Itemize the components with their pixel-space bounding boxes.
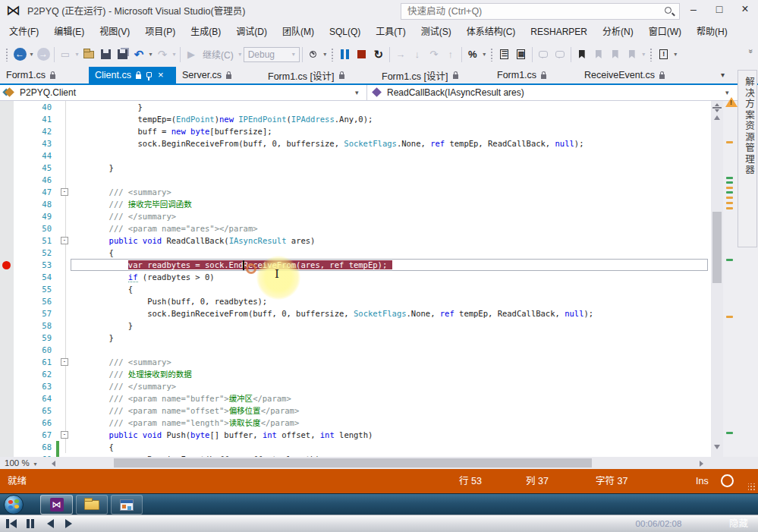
pin-icon[interactable] <box>146 72 152 77</box>
scroll-right-arrow[interactable] <box>700 461 703 467</box>
start-button[interactable] <box>4 495 24 515</box>
toolbar-overflow-button[interactable]: » <box>747 49 756 54</box>
feedback-icon[interactable] <box>721 474 734 487</box>
fold-collapse-icon[interactable]: - <box>61 188 68 196</box>
code-line[interactable]: 63 /// </summary> <box>0 380 711 392</box>
toggle-bookmark-button[interactable] <box>574 46 590 63</box>
fold-collapse-icon[interactable]: - <box>61 358 68 366</box>
menu-item[interactable]: 文件(F) <box>2 23 46 42</box>
resharper-warning-icon[interactable] <box>725 97 738 107</box>
code-line[interactable]: 45 } <box>0 162 711 174</box>
breakpoints-window-button[interactable]: ☰ <box>496 46 513 63</box>
editor-tab[interactable]: Server.cs <box>176 67 262 83</box>
menu-item[interactable]: 生成(B) <box>183 23 228 42</box>
code-line[interactable]: 46 <box>0 174 711 186</box>
code-line[interactable]: 57 sock.BeginReceiveFrom(buff, 0, buffer… <box>0 307 711 320</box>
save-all-button[interactable] <box>114 46 131 63</box>
save-button[interactable] <box>97 46 114 63</box>
vertical-scrollbar-thumb[interactable] <box>712 212 722 283</box>
hex-dropdown[interactable]: ▾ <box>481 46 488 63</box>
code-line[interactable]: 65 /// <param name="offset">偏移位置</param> <box>0 405 711 417</box>
solution-explorer-collapsed-tab[interactable]: 解决方案资源管理器 <box>738 70 757 247</box>
tab-list-dropdown[interactable]: ▾ <box>721 71 725 79</box>
code-line[interactable]: 62 /// 处理接收到的数据 <box>0 368 711 380</box>
menu-item[interactable]: 帮助(H) <box>689 23 735 42</box>
step-over-button[interactable]: ↷ <box>426 46 442 63</box>
continue-dropdown[interactable]: ▾ <box>237 46 244 63</box>
code-line[interactable]: 60 <box>0 344 711 356</box>
uncomment-selection-button[interactable] <box>552 46 568 63</box>
bookmark-dropdown[interactable]: ▾ <box>640 46 647 63</box>
code-line[interactable]: 67- public void Push(byte[] buffer, int … <box>0 429 711 441</box>
step-out-button[interactable]: ↑ <box>442 46 459 63</box>
code-line[interactable]: 50 /// <param name="ares"></param> <box>0 222 711 235</box>
quick-launch-input[interactable] <box>401 4 659 19</box>
menu-item[interactable]: 分析(N) <box>595 23 641 42</box>
editor-tab[interactable]: Client.cs× <box>89 67 176 83</box>
fold-collapse-icon[interactable]: - <box>61 237 68 244</box>
code-line[interactable]: 51- public void ReadCallBack(IAsyncResul… <box>0 235 711 247</box>
fold-collapse-icon[interactable]: - <box>61 431 68 439</box>
navigate-forward-button[interactable]: → <box>35 46 52 63</box>
hide-label[interactable]: 隐藏 <box>729 515 748 532</box>
taskbar-explorer-button[interactable] <box>76 495 108 515</box>
code-line[interactable]: 59 } <box>0 332 711 344</box>
code-line[interactable]: 61- /// <summary> <box>0 356 711 368</box>
clear-bookmarks-button[interactable] <box>624 46 640 63</box>
hex-display-button[interactable]: % <box>464 46 481 63</box>
editor-tab[interactable]: Form1.cs [设计] <box>376 67 491 83</box>
pause-debug-button[interactable] <box>337 46 354 63</box>
code-line[interactable]: 47- /// <summary> <box>0 186 711 198</box>
type-dropdown-arrow[interactable]: ▾ <box>355 85 359 101</box>
menu-item[interactable]: 调试(D) <box>228 23 275 42</box>
code-line[interactable]: 52 { <box>0 247 711 259</box>
code-line[interactable]: 41 tempEp=(EndPoint)new IPEndPoint(IPAdd… <box>0 113 711 125</box>
zoom-dropdown-arrow[interactable]: ▾ <box>34 461 37 467</box>
code-line[interactable]: 40 } <box>0 101 711 113</box>
find-dropdown[interactable]: ▾ <box>322 46 329 63</box>
stop-debug-button[interactable] <box>354 46 370 63</box>
step-back-button[interactable] <box>46 519 56 529</box>
redo-button[interactable]: ↷ <box>154 46 171 63</box>
type-dropdown[interactable]: P2PYQ.Client <box>20 85 76 101</box>
member-dropdown[interactable]: ReadCallBack(IAsyncResult ares) <box>387 85 524 101</box>
taskbar-visual-studio-button[interactable]: ⋈ <box>40 495 73 515</box>
previous-bookmark-button[interactable] <box>590 46 607 63</box>
menu-item[interactable]: 窗口(W) <box>641 23 689 42</box>
horizontal-scrollbar-thumb[interactable] <box>114 458 592 467</box>
menu-item[interactable]: 视图(V) <box>92 23 137 42</box>
menu-item[interactable]: 工具(T) <box>368 23 413 42</box>
maximize-button[interactable]: □ <box>706 0 732 20</box>
menu-item[interactable]: 团队(M) <box>275 23 322 42</box>
undo-dropdown[interactable]: ▾ <box>147 46 154 63</box>
code-line[interactable]: 54 if (readbytes > 0) <box>0 271 711 283</box>
pause-playback-button[interactable] <box>26 519 36 529</box>
code-line[interactable]: 56 Push(buff, 0, readbytes); <box>0 295 711 307</box>
new-item-button[interactable]: ▭ <box>57 46 74 63</box>
toolbar-grip[interactable] <box>649 48 653 61</box>
menu-item[interactable]: SQL(Q) <box>322 23 368 42</box>
task-list-dropdown[interactable]: ▾ <box>672 46 679 63</box>
toolbar-grip[interactable] <box>490 48 494 61</box>
toolbar-grip[interactable] <box>5 48 9 61</box>
taskbar-winforms-app-button[interactable] <box>111 495 143 515</box>
find-in-files-button[interactable] <box>305 46 322 63</box>
next-bookmark-button[interactable] <box>607 46 624 63</box>
new-item-dropdown[interactable]: ▾ <box>74 46 80 63</box>
skip-to-start-button[interactable] <box>6 519 17 529</box>
code-line[interactable]: 68 { <box>0 441 711 453</box>
navigate-back-button[interactable]: ← <box>11 46 28 63</box>
breakpoint-icon[interactable] <box>2 261 11 269</box>
code-line[interactable]: 49 /// </summary> <box>0 210 711 222</box>
output-window-button[interactable]: ▤ <box>513 46 530 63</box>
code-line[interactable]: 64 /// <param name="buffer">缓冲区</param> <box>0 392 711 405</box>
scroll-up-arrow[interactable] <box>714 115 720 120</box>
editor-tab[interactable]: Form1.cs [设计] <box>262 67 376 83</box>
close-button[interactable]: × <box>732 0 758 20</box>
code-line[interactable]: 55 { <box>0 283 711 295</box>
code-line[interactable]: 66 /// <param name="length">读取长度</param> <box>0 417 711 429</box>
navigate-back-dropdown[interactable]: ▾ <box>28 46 35 63</box>
menu-item[interactable]: 项目(P) <box>137 23 183 42</box>
show-next-statement-button[interactable]: → <box>392 46 409 63</box>
step-forward-button[interactable] <box>64 519 74 529</box>
